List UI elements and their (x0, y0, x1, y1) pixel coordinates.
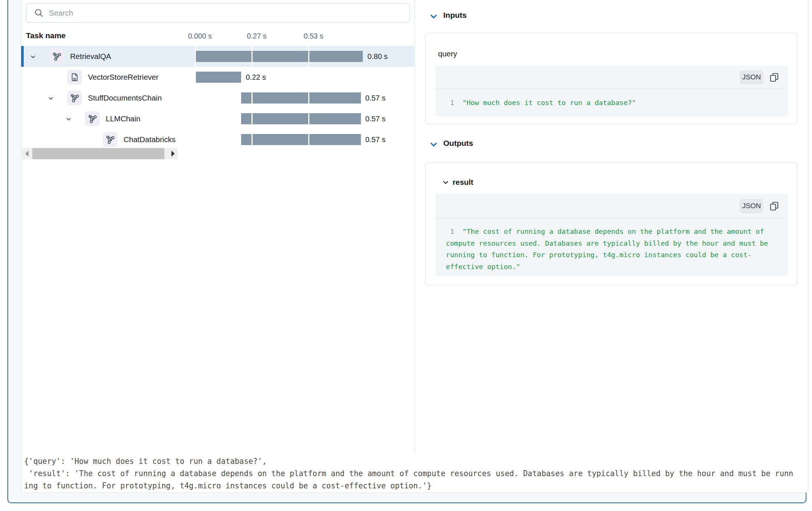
result-field-label[interactable]: result (453, 178, 473, 187)
code-line: 1 "The cost of running a database depend… (446, 226, 780, 238)
widget-frame: Task name 0.000 s0.27 s0.53 s RetrievalQ… (7, 0, 806, 503)
inputs-panel: query JSON 1 "How much does it cost to r… (425, 33, 797, 124)
code-line: compute resources used. Databases are ty… (446, 238, 780, 249)
task-row[interactable]: StuffDocumentsChain0.57 s (21, 88, 414, 108)
task-row[interactable]: LLMChain0.57 s (21, 108, 414, 129)
duration-bar[interactable] (241, 113, 361, 124)
line-number: 1 (446, 99, 463, 107)
inputs-chevron-down-icon[interactable] (430, 14, 437, 20)
duration-bar[interactable] (241, 134, 361, 145)
raw-output-text: {'query': 'How much does it cost to run … (24, 455, 793, 492)
json-toggle-button[interactable]: JSON (740, 71, 763, 84)
result-chevron-down-icon[interactable] (443, 180, 448, 185)
task-name-label[interactable]: StuffDocumentsChain (88, 88, 162, 108)
raw-output-line: {'query': 'How much does it cost to run … (24, 455, 793, 468)
outputs-code-block: JSON 1 "The cost of running a database d… (435, 194, 788, 276)
inputs-code-block: JSON 1 "How much does it cost to run a d… (435, 66, 788, 117)
horizontal-scrollbar[interactable] (22, 148, 178, 159)
input-field-label: query (438, 49, 457, 58)
outputs-chevron-down-icon[interactable] (430, 142, 437, 148)
chevron-down-icon[interactable] (30, 54, 36, 60)
chain-icon (103, 132, 118, 147)
raw-output-line: ing to function. For prototyping, t4g.mi… (24, 480, 793, 492)
json-toggle-button[interactable]: JSON (740, 199, 763, 213)
code-line: effective option." (446, 261, 780, 273)
search-box[interactable] (26, 3, 410, 23)
search-icon (34, 8, 44, 18)
task-name-cell: LLMChain (21, 108, 178, 129)
scrollbar-thumb[interactable] (32, 148, 164, 159)
code-line: running to function. For prototyping, t4… (446, 249, 780, 261)
pane-divider[interactable] (415, 0, 415, 454)
output-card: Task name 0.000 s0.27 s0.53 s RetrievalQ… (21, 0, 808, 493)
duration-label: 0.22 s (246, 67, 266, 88)
raw-output-line: 'result': 'The cost of running a databas… (24, 468, 793, 480)
timeline-tick-label: 0.53 s (303, 32, 323, 40)
chevron-down-icon[interactable] (48, 95, 54, 101)
chevron-down-icon[interactable] (66, 116, 72, 122)
copy-icon[interactable] (769, 200, 780, 212)
line-number: 1 (446, 227, 463, 235)
duration-bar[interactable] (241, 92, 361, 104)
copy-icon[interactable] (769, 72, 780, 83)
task-name-label[interactable]: VectorStoreRetriever (88, 67, 158, 88)
duration-bar[interactable] (195, 72, 241, 83)
task-name-label[interactable]: RetrievalQA (70, 46, 111, 67)
chain-icon (85, 111, 100, 126)
timeline-tick-label: 0.000 s (188, 32, 212, 40)
task-name-cell: RetrievalQA (21, 46, 178, 67)
document-icon (67, 70, 82, 85)
task-name-cell: ChatDatabricks (21, 129, 178, 150)
outputs-section-title[interactable]: Outputs (443, 139, 473, 148)
task-name-cell: StuffDocumentsChain (21, 88, 178, 108)
task-row[interactable]: RetrievalQA0.80 s (21, 46, 414, 67)
duration-bar[interactable] (195, 51, 363, 62)
task-name-label[interactable]: ChatDatabricks (124, 129, 175, 150)
code-line: 1 "How much does it cost to run a databa… (446, 97, 780, 109)
duration-label: 0.57 s (365, 108, 385, 129)
task-name-cell: VectorStoreRetriever (21, 67, 178, 88)
duration-label: 0.80 s (367, 46, 387, 67)
scroll-right-button[interactable] (168, 148, 178, 159)
arrow-left-icon (25, 151, 29, 157)
duration-label: 0.57 s (365, 129, 385, 150)
inputs-section-title[interactable]: Inputs (443, 11, 467, 20)
scroll-left-button[interactable] (22, 148, 32, 159)
task-row[interactable]: VectorStoreRetriever0.22 s (21, 67, 414, 88)
timeline-tick-label: 0.27 s (247, 32, 266, 40)
task-name-header: Task name (26, 31, 66, 40)
chain-icon (49, 49, 64, 64)
chain-icon (67, 91, 82, 105)
search-input[interactable] (49, 9, 410, 17)
outputs-panel: result JSON 1 "The cost of running a dat… (425, 163, 797, 285)
task-row[interactable]: ChatDatabricks0.57 s (21, 129, 414, 150)
duration-label: 0.57 s (365, 88, 385, 108)
task-name-label[interactable]: LLMChain (106, 108, 140, 129)
arrow-right-icon (171, 151, 175, 157)
